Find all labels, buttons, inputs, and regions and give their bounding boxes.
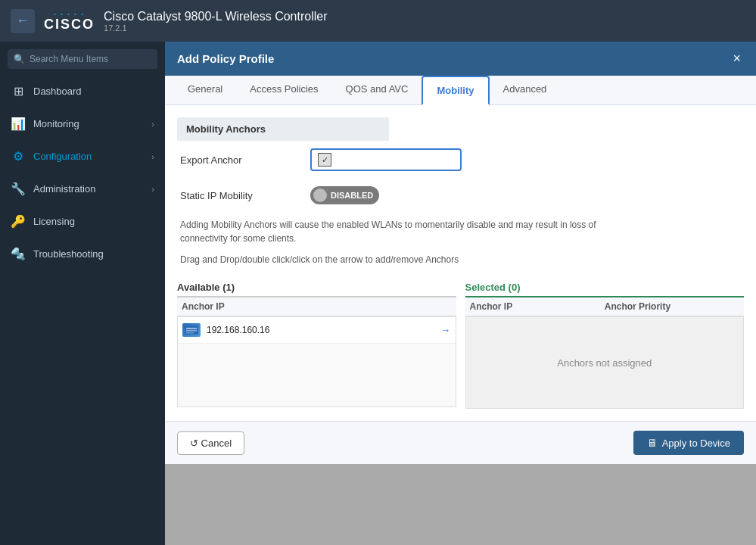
sidebar-item-label: Monitoring	[33, 118, 144, 129]
svg-rect-3	[186, 332, 194, 334]
licensing-icon: 🔑	[11, 214, 26, 229]
modal-tabs: General Access Policies QOS and AVC Mobi…	[165, 76, 756, 105]
available-header: Available (1)	[177, 277, 456, 297]
search-icon: 🔍	[14, 54, 25, 64]
tab-advanced[interactable]: Advanced	[490, 76, 561, 105]
available-panel: Available (1) Anchor IP	[177, 277, 456, 409]
modal-overlay: Add Policy Profile × General Access Poli…	[165, 42, 756, 545]
modal-footer: ↺ Cancel 🖥 Apply to Device	[165, 421, 756, 464]
back-button[interactable]: ←	[11, 9, 35, 33]
anchor-priority-col-header: Anchor Priority	[605, 301, 739, 312]
section-title-mobility-anchors: Mobility Anchors	[177, 117, 389, 141]
monitoring-icon: 📊	[11, 117, 26, 131]
modal-header: Add Policy Profile ×	[165, 42, 756, 76]
app-version: 17.2.1	[104, 23, 328, 33]
dashboard-icon: ⊞	[11, 84, 26, 98]
administration-icon: 🔧	[11, 182, 26, 196]
sidebar-item-monitoring[interactable]: 📊 Monitoring ›	[0, 107, 165, 140]
chevron-right-icon: ›	[151, 120, 154, 129]
anchor-move-arrow[interactable]: →	[440, 324, 451, 336]
sidebar: 🔍 ⊞ Dashboard 📊 Monitoring › ⚙ Configura…	[0, 42, 165, 545]
sidebar-item-dashboard[interactable]: ⊞ Dashboard	[0, 75, 165, 107]
selected-col-headers: Anchor IP Anchor Priority	[465, 297, 745, 316]
anchor-ip-col-header: Anchor IP	[182, 301, 452, 312]
cancel-button[interactable]: ↺ Cancel	[177, 431, 244, 455]
apply-label: Apply to Device	[662, 438, 730, 449]
anchor-panels: Available (1) Anchor IP	[177, 277, 744, 409]
tab-general[interactable]: General	[174, 76, 236, 105]
sidebar-item-label: Licensing	[33, 216, 154, 227]
search-box[interactable]: 🔍	[8, 49, 157, 69]
anchor-device-icon	[182, 323, 201, 337]
tab-qos-avc[interactable]: QOS and AVC	[332, 76, 422, 105]
modal-title: Add Policy Profile	[177, 52, 274, 65]
anchor-ip-col-header: Anchor IP	[470, 301, 605, 312]
sidebar-item-licensing[interactable]: 🔑 Licensing	[0, 205, 165, 238]
selected-panel-body: Anchors not assigned	[465, 316, 745, 409]
export-anchor-checkbox[interactable]: ✓	[318, 153, 331, 167]
configuration-icon: ⚙	[11, 149, 26, 164]
anchor-row[interactable]: 192.168.160.16 →	[178, 317, 456, 344]
anchor-ip-value: 192.168.160.16	[207, 325, 434, 335]
modal-body: Mobility Anchors Export Anchor ✓ Static …	[165, 105, 756, 421]
cisco-name: CISCO	[44, 17, 95, 31]
topbar-title-area: Cisco Catalyst 9800-L Wireless Controlle…	[104, 10, 328, 33]
available-panel-body: 192.168.160.16 →	[177, 316, 456, 407]
sidebar-item-label: Configuration	[33, 151, 144, 162]
static-ip-label: Static IP Mobility	[180, 190, 301, 201]
apply-icon: 🖥	[647, 437, 658, 449]
chevron-right-icon: ›	[151, 152, 154, 161]
toggle-state-label: DISABLED	[331, 191, 373, 200]
no-anchors-text: Anchors not assigned	[466, 317, 744, 408]
cisco-logo: • • • • • CISCO	[44, 11, 95, 31]
drag-text: Drag and Drop/double click/click on the …	[177, 248, 744, 271]
static-ip-mobility-row: Static IP Mobility DISABLED	[177, 179, 744, 212]
tab-mobility[interactable]: Mobility	[422, 76, 489, 105]
selected-panel: Selected (0) Anchor IP Anchor Priority A…	[465, 277, 745, 409]
topbar: ← • • • • • CISCO Cisco Catalyst 9800-L …	[0, 0, 756, 42]
export-anchor-label: Export Anchor	[180, 154, 301, 166]
selected-header: Selected (0)	[465, 277, 745, 297]
sidebar-item-troubleshooting[interactable]: 🔩 Troubleshooting	[0, 238, 165, 270]
main-content: Configuration › Tags & Profiles › Policy…	[165, 42, 756, 545]
svg-rect-1	[186, 328, 197, 329]
app-title: Cisco Catalyst 9800-L Wireless Controlle…	[104, 10, 328, 23]
tab-access-policies[interactable]: Access Policies	[236, 76, 331, 105]
export-anchor-row: Export Anchor ✓	[177, 141, 744, 179]
sidebar-item-label: Dashboard	[33, 86, 154, 97]
sidebar-item-administration[interactable]: 🔧 Administration ›	[0, 173, 165, 205]
chevron-right-icon: ›	[151, 185, 154, 194]
info-text: Adding Mobility Anchors will cause the e…	[177, 212, 631, 248]
back-icon: ←	[16, 13, 30, 29]
toggle-circle	[313, 188, 327, 202]
available-col-headers: Anchor IP	[177, 297, 456, 316]
sidebar-item-label: Administration	[33, 183, 144, 195]
sidebar-item-label: Troubleshooting	[33, 248, 154, 260]
add-policy-modal: Add Policy Profile × General Access Poli…	[165, 42, 756, 464]
sidebar-item-configuration[interactable]: ⚙ Configuration ›	[0, 140, 165, 173]
modal-close-button[interactable]: ×	[730, 51, 744, 67]
search-input[interactable]	[30, 54, 151, 64]
export-anchor-box[interactable]: ✓	[310, 148, 462, 171]
svg-rect-2	[186, 330, 197, 332]
troubleshooting-icon: 🔩	[11, 247, 26, 261]
apply-to-device-button[interactable]: 🖥 Apply to Device	[633, 431, 744, 455]
static-ip-toggle[interactable]: DISABLED	[310, 186, 379, 204]
